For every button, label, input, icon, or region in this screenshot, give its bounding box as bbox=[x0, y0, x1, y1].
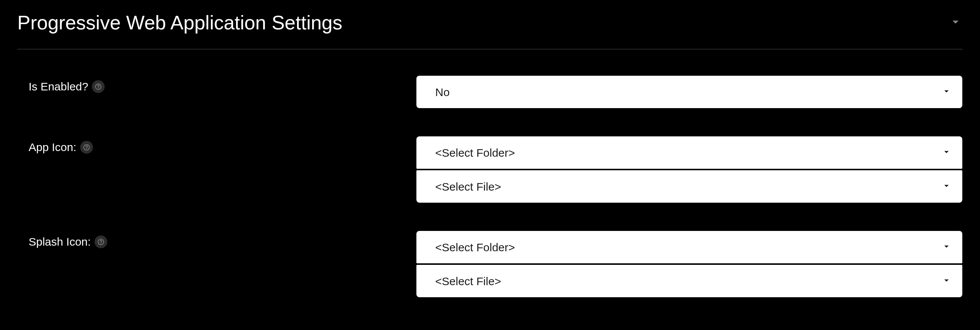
field-splash-icon: <Select Folder> <Select File> bbox=[417, 231, 962, 297]
label-wrap-splash-icon: Splash Icon: bbox=[29, 231, 417, 248]
row-app-icon: App Icon: <Select Folder> <Select File> bbox=[18, 136, 963, 202]
help-icon[interactable] bbox=[80, 141, 93, 154]
divider bbox=[18, 49, 963, 49]
select-app-icon-folder: <Select Folder> bbox=[417, 136, 962, 169]
settings-header: Progressive Web Application Settings bbox=[18, 11, 963, 34]
select-is-enabled: No bbox=[417, 76, 962, 108]
label-app-icon: App Icon: bbox=[29, 141, 76, 154]
help-icon[interactable] bbox=[92, 80, 105, 93]
is-enabled-select[interactable]: No bbox=[417, 76, 962, 108]
help-icon[interactable] bbox=[94, 236, 107, 248]
field-app-icon: <Select Folder> <Select File> bbox=[417, 136, 962, 202]
splash-icon-file-select[interactable]: <Select File> bbox=[417, 265, 962, 297]
row-is-enabled: Is Enabled? No bbox=[18, 76, 963, 108]
row-splash-icon: Splash Icon: <Select Folder> <Select Fil… bbox=[18, 231, 963, 297]
app-icon-file-select[interactable]: <Select File> bbox=[417, 170, 962, 202]
splash-icon-folder-select[interactable]: <Select Folder> bbox=[417, 231, 962, 263]
select-splash-icon-file: <Select File> bbox=[417, 265, 962, 297]
app-icon-folder-select[interactable]: <Select Folder> bbox=[417, 136, 962, 169]
select-splash-icon-folder: <Select Folder> bbox=[417, 231, 962, 263]
label-is-enabled: Is Enabled? bbox=[29, 80, 88, 93]
label-splash-icon: Splash Icon: bbox=[29, 236, 91, 248]
label-wrap-is-enabled: Is Enabled? bbox=[29, 76, 417, 93]
page-title: Progressive Web Application Settings bbox=[18, 11, 342, 34]
select-app-icon-file: <Select File> bbox=[417, 170, 962, 202]
field-is-enabled: No bbox=[417, 76, 962, 108]
collapse-icon[interactable] bbox=[948, 15, 963, 30]
label-wrap-app-icon: App Icon: bbox=[29, 136, 417, 154]
